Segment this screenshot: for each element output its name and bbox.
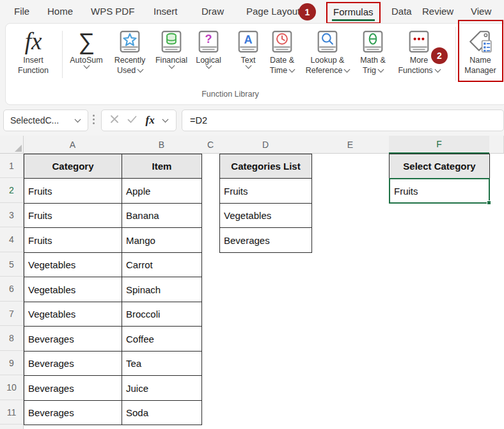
cell-b5[interactable]: Carrot [122,252,202,277]
cell-d2[interactable]: Fruits [219,178,312,204]
cell-d1[interactable]: Categories List [219,154,312,179]
cell-b10[interactable]: Juice [122,375,202,401]
row-header-10[interactable]: 10 [0,375,24,400]
chevron-down-icon [344,67,350,73]
tab-formulas-label: Formulas [333,6,374,17]
excel-window: File Home WPS PDF Insert Draw Page Layou… [0,0,504,429]
recently-used-button[interactable]: Recently Used [109,28,150,76]
tab-home[interactable]: Home [47,6,73,17]
row-header-4[interactable]: 4 [0,227,24,252]
more-functions-label-2: Functions [398,65,432,76]
tab-wps-pdf[interactable]: WPS PDF [91,6,134,17]
chevron-down-icon [138,67,144,73]
cell-a1[interactable]: Category [24,154,122,179]
chevron-down-icon[interactable] [162,117,168,123]
name-manager-button[interactable]: Name Manager [460,28,501,76]
tab-insert[interactable]: Insert [154,6,178,17]
cell-b6[interactable]: Spinach [122,277,202,302]
name-manager-label-1: Name [460,55,501,65]
column-header-d[interactable]: D [219,136,312,154]
cell-a6[interactable]: Vegetables [24,277,122,302]
cell-b4[interactable]: Mango [122,227,202,253]
insert-function-fx-button[interactable]: fx [145,114,154,127]
text-button[interactable]: A Text [234,28,262,68]
recently-used-label-1: Recently [109,55,150,65]
tab-view[interactable]: View [471,6,491,17]
financial-button[interactable]: Financial [152,28,191,68]
date-time-button[interactable]: Date & Time [264,28,301,76]
chevron-down-icon[interactable] [75,117,81,123]
row-header-9[interactable]: 9 [0,351,24,375]
cell-d4[interactable]: Beverages [219,227,312,253]
cell-d3[interactable]: Vegetables [219,203,312,228]
sigma-icon: ∑ [78,29,95,54]
cell-a3[interactable]: Fruits [24,203,122,228]
lookup-reference-label-1: Lookup & [301,55,354,65]
logical-button[interactable]: ? Logical [191,28,226,68]
cell-a8[interactable]: Beverages [24,326,122,352]
row-header-11[interactable]: 11 [0,400,24,425]
column-header-e[interactable]: E [311,136,390,154]
cell-b2[interactable]: Apple [122,178,202,204]
select-all-corner[interactable] [0,136,24,154]
column-header-c[interactable]: C [201,136,220,154]
cell-b7[interactable]: Broccoli [122,302,202,327]
cell-a2[interactable]: Fruits [24,178,122,204]
cell-b8[interactable]: Coffee [122,326,202,352]
date-time-label-2: Time [270,65,287,76]
cell-b1[interactable]: Item [122,154,202,179]
name-box-value: SelectedC... [4,115,75,125]
column-header-a[interactable]: A [24,136,122,154]
row-header-3[interactable]: 3 [0,203,24,227]
name-box[interactable]: SelectedC... [3,109,88,131]
tab-file[interactable]: File [14,6,29,17]
insert-function-button[interactable]: fx Insert Function [9,28,58,76]
chevron-down-icon [434,67,441,73]
column-header-f[interactable]: F [389,136,490,154]
column-header-partial[interactable] [489,136,504,154]
annotation-step-2-badge: 2 [431,47,448,64]
row-header-8[interactable]: 8 [0,326,24,351]
corner-triangle-icon [15,145,22,152]
cell-b11[interactable]: Soda [122,400,202,425]
formula-value: =D2 [182,115,207,125]
math-trig-button[interactable]: Math & Trig [354,28,392,76]
chevron-down-icon [378,67,384,73]
cell-a11[interactable]: Beverages [24,400,122,425]
cell-a10[interactable]: Beverages [24,375,122,401]
cell-a7[interactable]: Vegetables [24,302,122,327]
cell-b9[interactable]: Tea [122,351,202,376]
math-trig-label-2: Trig [363,65,376,76]
tab-formulas[interactable]: Formulas [326,2,381,24]
ribbon-group-separator [455,27,456,81]
insert-function-label-1: Insert [9,55,58,65]
book-star-icon [109,28,150,55]
cell-b3[interactable]: Banana [122,203,202,228]
formula-bar-handle-icon[interactable] [93,115,95,124]
tab-review[interactable]: Review [422,6,453,17]
row-header-2[interactable]: 2 [0,178,24,203]
autosum-button[interactable]: ∑ AutoSum [64,28,109,68]
cell-a9[interactable]: Beverages [24,351,122,376]
row-header-6[interactable]: 6 [0,277,24,302]
insert-function-fx-icon: fx [25,29,42,54]
row-header-1[interactable]: 1 [0,154,24,178]
lookup-reference-button[interactable]: Lookup & Reference [301,28,354,76]
tab-data[interactable]: Data [391,6,412,17]
annotation-step-1-badge: 1 [299,3,316,20]
row-header-partial[interactable] [0,425,24,429]
row-header-7[interactable]: 7 [0,302,24,326]
cell-f1[interactable]: Select Category [389,154,490,179]
cell-f2-selected[interactable]: Fruits [389,178,490,204]
cancel-icon[interactable] [110,115,119,126]
insert-function-label-2: Function [9,65,58,76]
cell-a5[interactable]: Vegetables [24,252,122,277]
tab-draw[interactable]: Draw [201,6,224,17]
row-header-5[interactable]: 5 [0,252,24,277]
fill-handle[interactable] [487,200,491,205]
cell-a4[interactable]: Fruits [24,227,122,253]
formula-input[interactable]: =D2 [182,109,504,131]
tab-page-layout[interactable]: Page Layout [246,6,300,17]
enter-check-icon[interactable] [127,115,137,126]
column-header-b[interactable]: B [122,136,202,154]
